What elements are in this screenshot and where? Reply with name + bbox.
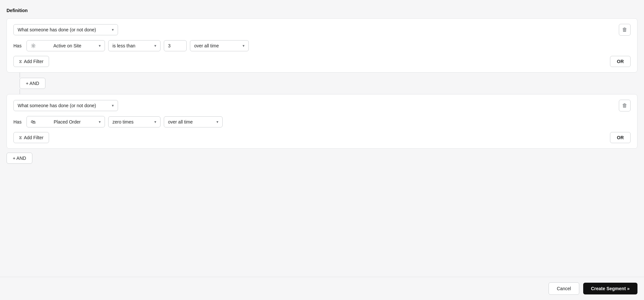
event-select-2-label: Placed Order <box>54 119 80 125</box>
condition-block-2: What someone has done (or not done) ▾ 🗑 … <box>7 94 637 149</box>
svg-point-0 <box>33 45 34 47</box>
filter-funnel-icon-2: ⧖ <box>19 135 22 140</box>
event-select-1[interactable]: Active on Site ▾ <box>26 40 105 51</box>
value-input-1[interactable] <box>164 40 187 51</box>
add-filter-btn-2[interactable]: ⧖ Add Filter <box>13 132 49 143</box>
condition-select-1-label: is less than <box>112 43 135 48</box>
delete-block-2-button[interactable]: 🗑 <box>619 100 631 111</box>
event-select-2[interactable]: 🛍 Placed Order ▾ <box>26 116 105 127</box>
condition-type-select-1: What someone has done (or not done) ▾ <box>13 24 118 35</box>
connector-line-top-1 <box>20 73 20 78</box>
type-select-2-label: What someone has done (or not done) <box>18 103 96 108</box>
and-button-2[interactable]: + AND <box>7 153 32 164</box>
block-2-footer-row: ⧖ Add Filter OR <box>13 132 631 143</box>
or-button-1[interactable]: OR <box>610 56 631 67</box>
type-select-1[interactable]: What someone has done (or not done) ▾ <box>13 24 118 35</box>
event-select-1-label: Active on Site <box>53 43 81 48</box>
type-select-2[interactable]: What someone has done (or not done) ▾ <box>13 100 118 111</box>
condition-select-1-chevron-icon: ▾ <box>154 43 156 48</box>
condition-select-2[interactable]: zero times ▾ <box>108 116 161 127</box>
time-select-2[interactable]: over all time ▾ <box>164 116 223 127</box>
connector-line-bottom-1 <box>20 89 20 94</box>
type-select-1-label: What someone has done (or not done) <box>18 27 96 32</box>
trash-icon-1: 🗑 <box>622 27 627 33</box>
condition-select-2-label: zero times <box>112 119 134 125</box>
has-label-2: Has <box>13 119 23 125</box>
add-filter-btn-1[interactable]: ⧖ Add Filter <box>13 56 49 67</box>
type-select-1-chevron-icon: ▾ <box>112 27 114 32</box>
block-1-footer-row: ⧖ Add Filter OR <box>13 56 631 67</box>
or-button-2[interactable]: OR <box>610 132 631 143</box>
add-filter-label-1: Add Filter <box>24 59 43 64</box>
trash-icon-2: 🗑 <box>622 103 627 108</box>
time-select-1-chevron-icon: ▾ <box>243 43 245 48</box>
event-select-2-chevron-icon: ▾ <box>99 120 101 124</box>
cancel-button[interactable]: Cancel <box>549 282 579 295</box>
add-filter-label-2: Add Filter <box>24 135 43 140</box>
create-segment-button[interactable]: Create Segment » <box>583 283 637 294</box>
type-select-2-chevron-icon: ▾ <box>112 103 114 108</box>
time-select-1-label: over all time <box>194 43 219 48</box>
and-section-bottom: + AND <box>7 153 637 164</box>
condition-select-2-chevron-icon: ▾ <box>154 120 156 124</box>
event-select-1-chevron-icon: ▾ <box>99 43 101 48</box>
time-select-2-label: over all time <box>168 119 193 125</box>
time-select-1[interactable]: over all time ▾ <box>190 40 249 51</box>
footer-bar: Cancel Create Segment » <box>0 277 644 300</box>
filter-row-1: Has Active on Site ▾ is less than ▾ over… <box>13 40 631 51</box>
definition-title: Definition <box>7 8 637 13</box>
has-label-1: Has <box>13 43 23 48</box>
shopping-bag-icon: 🛍 <box>31 119 36 125</box>
condition-block-1-header: What someone has done (or not done) ▾ 🗑 <box>13 24 631 36</box>
filter-funnel-icon-1: ⧖ <box>19 59 22 64</box>
condition-select-1[interactable]: is less than ▾ <box>108 40 161 51</box>
delete-block-1-button[interactable]: 🗑 <box>619 24 631 36</box>
and-connector-1: + AND <box>7 73 637 94</box>
gear-icon-1 <box>31 43 36 48</box>
and-button-1[interactable]: + AND <box>20 78 45 89</box>
condition-block-1: What someone has done (or not done) ▾ 🗑 … <box>7 18 637 73</box>
time-select-2-chevron-icon: ▾ <box>216 120 218 124</box>
filter-row-2: Has 🛍 Placed Order ▾ zero times ▾ over a… <box>13 116 631 127</box>
condition-block-2-header: What someone has done (or not done) ▾ 🗑 <box>13 100 631 111</box>
condition-type-select-2: What someone has done (or not done) ▾ <box>13 100 118 111</box>
